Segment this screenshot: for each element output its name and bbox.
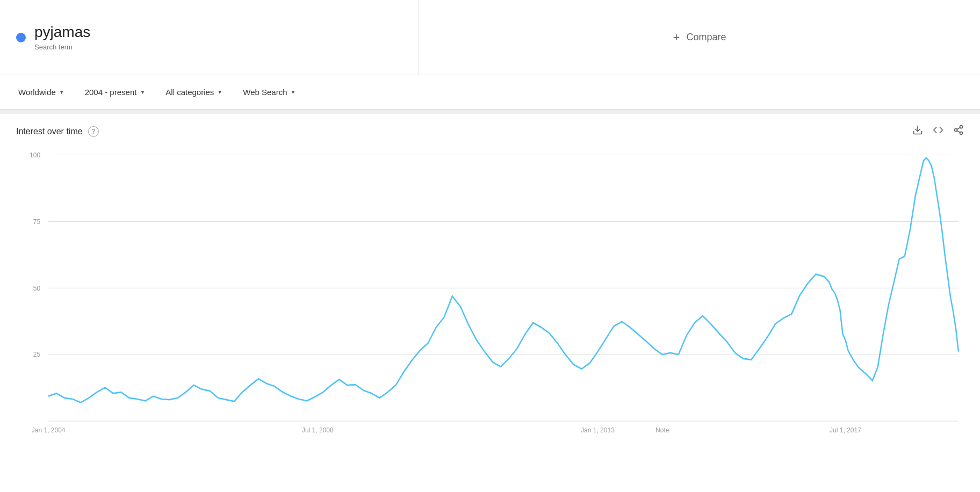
trend-chart: 100 75 50 25 Jan 1, 2004 Jul 1, 2008 Jan… bbox=[16, 143, 964, 444]
search-term-dot bbox=[16, 33, 26, 42]
x-label-2017: Jul 1, 2017 bbox=[830, 426, 861, 434]
filter-location-arrow: ▼ bbox=[59, 89, 64, 95]
search-term-label: Search term bbox=[34, 43, 90, 51]
separator bbox=[0, 110, 980, 114]
filter-location-label: Worldwide bbox=[18, 88, 56, 97]
filter-search-type[interactable]: Web Search ▼ bbox=[241, 84, 298, 100]
filter-category-label: All categories bbox=[165, 88, 214, 97]
filter-time-range[interactable]: 2004 - present ▼ bbox=[83, 84, 148, 100]
download-icon[interactable] bbox=[912, 125, 923, 138]
chart-actions bbox=[912, 125, 964, 138]
filter-location[interactable]: Worldwide ▼ bbox=[16, 84, 67, 100]
filters-bar: Worldwide ▼ 2004 - present ▼ All categor… bbox=[0, 75, 980, 110]
compare-plus-icon: + bbox=[673, 31, 680, 45]
chart-title: Interest over time bbox=[16, 127, 83, 136]
y-label-50: 50 bbox=[33, 284, 40, 292]
compare-label: Compare bbox=[686, 32, 726, 43]
search-term-value: pyjamas bbox=[34, 24, 90, 41]
filter-category-arrow: ▼ bbox=[217, 89, 222, 95]
compare-button[interactable]: + Compare bbox=[419, 0, 980, 75]
chart-section: Interest over time ? bbox=[0, 114, 980, 444]
chart-header: Interest over time ? bbox=[16, 125, 964, 138]
filter-time-range-arrow: ▼ bbox=[140, 89, 145, 95]
help-icon[interactable]: ? bbox=[88, 126, 99, 137]
note-label: Note bbox=[655, 426, 669, 434]
x-label-2004: Jan 1, 2004 bbox=[32, 426, 66, 434]
trend-line bbox=[48, 158, 959, 403]
x-label-2013: Jan 1, 2013 bbox=[581, 426, 615, 434]
y-label-75: 75 bbox=[33, 218, 40, 225]
filter-category[interactable]: All categories ▼ bbox=[163, 84, 225, 100]
svg-line-4 bbox=[957, 131, 960, 132]
y-label-100: 100 bbox=[30, 151, 40, 158]
filter-search-type-label: Web Search bbox=[243, 88, 287, 97]
filter-search-type-arrow: ▼ bbox=[291, 89, 296, 95]
y-label-25: 25 bbox=[33, 351, 40, 358]
embed-icon[interactable] bbox=[933, 125, 943, 138]
share-icon[interactable] bbox=[953, 125, 964, 138]
filter-time-range-label: 2004 - present bbox=[85, 88, 137, 97]
svg-line-5 bbox=[957, 127, 960, 129]
search-term-text: pyjamas Search term bbox=[34, 24, 90, 51]
chart-title-group: Interest over time ? bbox=[16, 126, 99, 137]
search-term-block: pyjamas Search term bbox=[0, 0, 419, 75]
chart-container: 100 75 50 25 Jan 1, 2004 Jul 1, 2008 Jan… bbox=[16, 143, 964, 444]
x-label-2008: Jul 1, 2008 bbox=[302, 426, 334, 434]
header: pyjamas Search term + Compare bbox=[0, 0, 980, 75]
